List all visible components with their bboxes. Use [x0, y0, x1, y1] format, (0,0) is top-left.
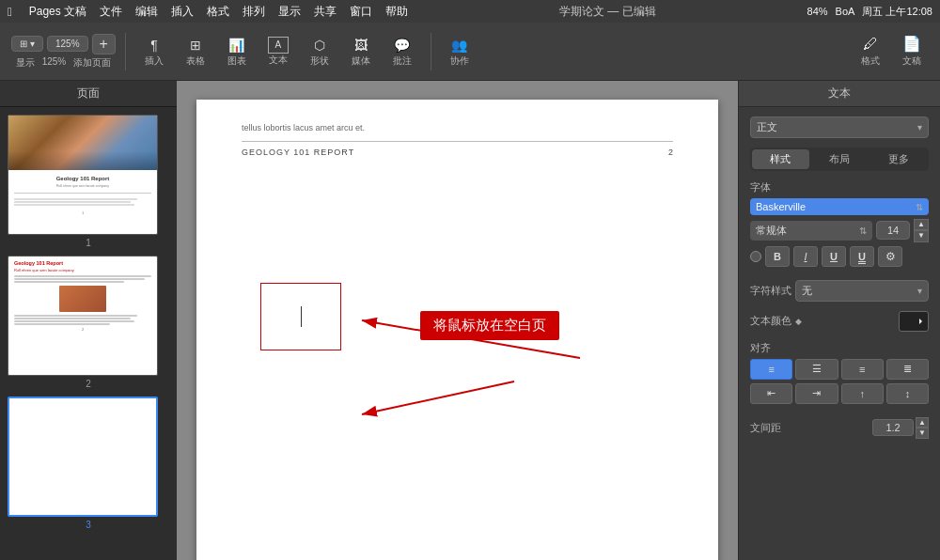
font-style-row: 常规体 ⇅ 14 ▲ ▼ [750, 219, 929, 242]
annotation-label: 将鼠标放在空白页 [420, 311, 559, 340]
line-spacing-value[interactable]: 1.2 [872, 419, 914, 436]
table-button[interactable]: ⊞ 表格 [177, 32, 214, 71]
text-color-label: 文本颜色 ◆ [750, 314, 802, 328]
format-button[interactable]: 🖊 格式 [854, 32, 887, 71]
format-icon: 🖊 [863, 36, 878, 53]
line-spacing-up[interactable]: ▲ [916, 417, 929, 428]
document-area[interactable]: tellus lobortis lacus amet arcu et. GEOL… [177, 81, 738, 560]
font-size-stepper[interactable]: ▲ ▼ [914, 219, 929, 242]
tab-style[interactable]: 样式 [752, 149, 809, 169]
add-page-label: 添加页面 [73, 56, 111, 70]
insert-button[interactable]: ¶ 插入 [135, 32, 173, 71]
align-justify-button[interactable]: ≣ [886, 359, 929, 380]
menu-share[interactable]: 共享 [314, 4, 337, 20]
text-direction-button[interactable]: ↑ [841, 383, 884, 404]
line-spacing-stepper[interactable]: ▲ ▼ [916, 417, 929, 439]
media-button[interactable]: 🖼 媒体 [342, 32, 380, 71]
align-right-button[interactable]: ≡ [841, 359, 884, 380]
menu-insert[interactable]: 插入 [171, 4, 194, 20]
align-center-button[interactable]: ☰ [795, 359, 838, 380]
align-left-button[interactable]: ≡ [750, 359, 792, 380]
page-1-image [8, 116, 157, 170]
italic-button[interactable]: I [793, 246, 818, 267]
page-thumb-3[interactable]: 3 [8, 397, 169, 530]
media-icon: 🖼 [350, 36, 372, 54]
clock: 周五 上午12:08 [862, 5, 932, 19]
page-header-divider [242, 141, 673, 142]
font-name-dropdown[interactable]: Baskerville ⇅ [750, 198, 929, 215]
font-style-arrow: ⇅ [859, 226, 867, 236]
text-cursor-box[interactable] [260, 283, 341, 350]
page-2-title: Geology 101 Report [14, 260, 151, 266]
sidebar-pages[interactable]: Geology 101 Report Roll ehren que sem la… [0, 107, 177, 560]
collab-label: 协作 [450, 54, 469, 68]
menu-window[interactable]: 窗口 [350, 4, 372, 20]
style-dropdown-arrow: ▾ [917, 122, 922, 132]
battery-status: 84% [807, 6, 828, 17]
menu-help[interactable]: 帮助 [385, 4, 408, 20]
toolbar-divider-2 [431, 33, 431, 70]
gear-button[interactable]: ⚙ [878, 246, 902, 267]
shape-button[interactable]: ⬡ 形状 [301, 32, 338, 71]
font-style-dropdown[interactable]: 常规体 ⇅ [750, 221, 872, 241]
zoom-button[interactable]: 125% [47, 36, 88, 52]
text-color-row: 文本颜色 ◆ [750, 311, 929, 332]
tab-layout[interactable]: 布局 [811, 149, 869, 169]
font-size-down[interactable]: ▼ [914, 230, 929, 241]
apple-menu[interactable]:  [8, 5, 12, 19]
menu-view[interactable]: 显示 [278, 4, 301, 20]
page-1-text: Geology 101 Report Roll ehren que sem la… [8, 170, 157, 192]
menu-format[interactable]: 格式 [207, 4, 229, 20]
panel-tabs: 样式 布局 更多 [750, 148, 929, 171]
page-1-title: Geology 101 Report [14, 173, 151, 184]
menu-arrange[interactable]: 排列 [243, 4, 265, 20]
indent-increase-button[interactable]: ⇥ [795, 383, 838, 404]
menu-pages[interactable]: Pages 文稿 [29, 4, 86, 20]
underline2-button[interactable]: U [850, 246, 874, 267]
page-2-footer: 2 [14, 327, 151, 332]
menu-file[interactable]: 文件 [100, 4, 122, 20]
toolbar-divider-1 [125, 33, 126, 70]
page-thumb-2[interactable]: Geology 101 Report Roll ehren que sem la… [8, 256, 169, 389]
underline-button[interactable]: U [822, 246, 846, 267]
char-style-row: 字符样式 无 ▾ [750, 280, 929, 302]
shape-label: 形状 [310, 54, 329, 68]
bold-button[interactable]: B [765, 246, 790, 267]
doc-label: 文稿 [902, 54, 921, 68]
text-direction2-button[interactable]: ↕ [886, 383, 929, 404]
char-style-label: 字符样式 [750, 284, 791, 298]
comment-button[interactable]: 💬 批注 [384, 32, 421, 71]
svg-line-1 [362, 320, 580, 358]
text-color-dot[interactable] [750, 251, 761, 262]
view-button[interactable]: ⊞ ▾ [11, 36, 43, 52]
collab-button[interactable]: 👥 协作 [441, 32, 478, 71]
collab-icon: 👥 [448, 36, 471, 54]
chart-label: 图表 [227, 54, 246, 68]
page-header-row: GEOLOGY 101 REPORT 2 [242, 148, 673, 157]
font-size-input[interactable]: 14 [876, 221, 910, 240]
char-style-arrow: ▾ [917, 286, 922, 296]
font-size-up[interactable]: ▲ [914, 219, 929, 230]
font-section-label: 字体 [750, 180, 929, 194]
page-2-lower-lines [14, 315, 151, 325]
text-button[interactable]: A 文本 [259, 33, 297, 70]
display-group: ⊞ ▾ 125% + 显示 125% 添加页面 [11, 34, 116, 70]
char-style-dropdown[interactable]: 无 ▾ [795, 280, 929, 302]
chart-button[interactable]: 📊 图表 [218, 32, 256, 71]
line-spacing-down[interactable]: ▼ [916, 428, 929, 439]
svg-line-2 [362, 381, 514, 414]
text-color-swatch[interactable] [899, 311, 929, 332]
indent-decrease-button[interactable]: ⇤ [750, 383, 792, 404]
tab-more[interactable]: 更多 [870, 149, 927, 169]
menu-edit[interactable]: 编辑 [135, 4, 158, 20]
table-icon: ⊞ [184, 36, 207, 54]
font-name-value: Baskerville [756, 201, 806, 212]
style-dropdown[interactable]: 正文 ▾ [750, 117, 929, 138]
page-num-2: 2 [8, 379, 169, 389]
doc-button[interactable]: 📄 文稿 [895, 31, 929, 71]
page-2-content: Geology 101 Report Roll ehren que sem la… [8, 257, 157, 335]
page-thumb-1[interactable]: Geology 101 Report Roll ehren que sem la… [8, 115, 169, 248]
add-page-button[interactable]: + [92, 34, 116, 54]
shape-icon: ⬡ [308, 36, 331, 54]
font-name-arrow: ⇅ [916, 202, 923, 212]
